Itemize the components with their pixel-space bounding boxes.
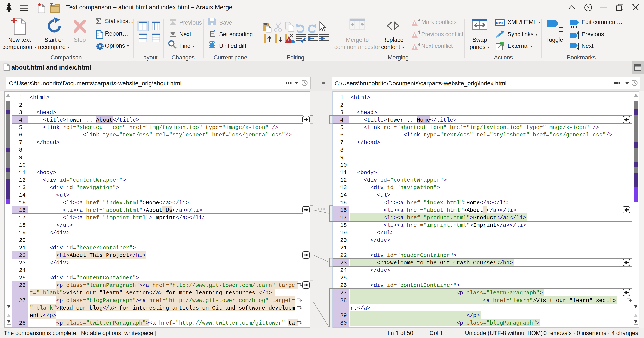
svg-text:?: ?: [587, 4, 590, 10]
svg-text:!: !: [414, 22, 416, 26]
svg-text:!: !: [288, 38, 290, 44]
svg-text:XML: XML: [496, 21, 504, 25]
svg-text:!: !: [414, 33, 416, 38]
svg-text:!: !: [414, 45, 416, 50]
